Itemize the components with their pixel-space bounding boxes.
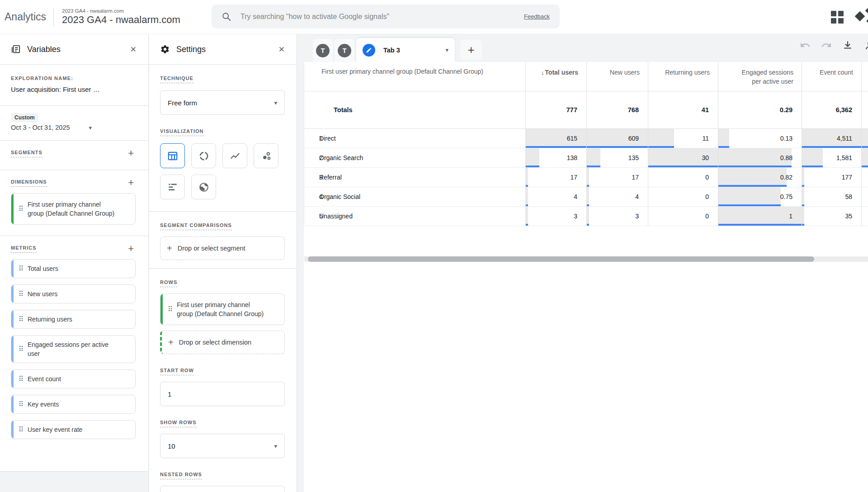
table-row[interactable]: 2Organic Search 138 135 30 0.88 1,581	[304, 148, 868, 168]
column-header-event-count[interactable]: Event count	[802, 62, 862, 91]
column-header-engaged-sessions[interactable]: Engaged sessionsper active user	[718, 62, 802, 91]
metric-chip-label: Returning users	[28, 315, 72, 324]
undo-icon[interactable]	[800, 40, 811, 51]
metric-chip[interactable]: ⠿User key event rate	[11, 420, 136, 439]
metric-chip-label: Engaged sessions per active user	[28, 340, 116, 358]
add-dimension-icon[interactable]: +	[128, 179, 134, 186]
dimension-chip[interactable]: ⠿ First user primary channel group (Defa…	[11, 193, 136, 225]
tab-2-avatar: T	[338, 44, 351, 57]
exploration-name-section: EXPLORATION NAME: User acquisition: Firs…	[0, 65, 148, 105]
property-switcher[interactable]: 2023 GA4 - nwaalarm.com 2023 GA4 - nwaal…	[62, 8, 180, 26]
segment-drop-zone[interactable]: + Drop or select segment	[160, 237, 285, 260]
dimension-column-header: First user primary channel group (Defaul…	[304, 62, 526, 91]
close-settings-icon[interactable]: ✕	[277, 43, 287, 56]
start-row-input-box[interactable]	[160, 382, 285, 406]
viz-scatter-button[interactable]	[254, 143, 278, 168]
metric-chip[interactable]: ⠿New users	[11, 284, 136, 303]
metric-chip-label: New users	[28, 289, 57, 298]
drag-handle-icon: ⠿	[19, 426, 24, 433]
tab-3-active[interactable]: Tab 3 ▾	[356, 38, 455, 62]
totals-event-count: 6,362	[802, 91, 862, 129]
download-icon[interactable]	[842, 40, 853, 51]
viz-geo-map-button[interactable]	[191, 175, 216, 199]
table-header-row: First user primary channel group (Defaul…	[304, 62, 868, 91]
technique-label: TECHNIQUE	[160, 76, 193, 83]
tab-1[interactable]: T	[313, 39, 333, 62]
table-row[interactable]: 5Unassigned 3 3 0 1 35	[304, 207, 868, 226]
tab-2[interactable]: T	[335, 39, 354, 62]
viz-donut-button[interactable]	[191, 143, 216, 168]
dimension-drop-zone[interactable]: + Drop or select dimension	[160, 331, 285, 354]
show-rows-label: SHOW ROWS	[160, 420, 197, 427]
freeform-table: First user primary channel group (Defaul…	[304, 62, 868, 226]
table-row[interactable]: 3Referral 17 17 0 0.82 177	[304, 168, 868, 187]
variables-panel: Variables ✕ EXPLORATION NAME: User acqui…	[0, 34, 149, 492]
date-range-value: Oct 3 - Oct 31, 2025	[11, 124, 70, 131]
horizontal-scrollbar-thumb[interactable]	[308, 256, 814, 262]
logo-divider	[53, 8, 54, 27]
search-input[interactable]	[241, 13, 524, 21]
nested-rows-select[interactable]: No ▾	[160, 486, 285, 492]
drag-handle-icon: ⠿	[19, 376, 24, 382]
metric-chip[interactable]: ⠿Event count	[11, 369, 136, 388]
gemini-sparkle-icon[interactable]	[854, 8, 868, 26]
show-rows-select[interactable]: 10 ▾	[160, 434, 285, 458]
apps-grid-icon[interactable]	[831, 11, 844, 24]
add-tab-button[interactable]: +	[460, 40, 482, 60]
exploration-canvas: T T Tab 3 ▾ +	[304, 34, 868, 492]
horizontal-scrollbar-track	[304, 256, 868, 262]
exploration-name-value[interactable]: User acquisition: First user …	[11, 85, 137, 93]
column-header-new-users[interactable]: New users	[587, 62, 648, 91]
settings-panel: Settings ✕ TECHNIQUE Free form ▾ VISUALI…	[149, 34, 297, 492]
metric-chip[interactable]: ⠿Total users	[11, 259, 136, 278]
redo-icon[interactable]	[821, 40, 832, 51]
metric-chip[interactable]: ⠿Key events	[11, 395, 136, 414]
metric-chip[interactable]: ⠿Returning users	[11, 310, 136, 329]
column-header-overflow	[862, 62, 868, 91]
exploration-name-label: EXPLORATION NAME:	[11, 76, 73, 83]
dimension-drop-label: Drop or select dimension	[179, 339, 251, 346]
drag-handle-icon: ⠿	[19, 316, 24, 322]
technique-select[interactable]: Free form ▾	[160, 90, 285, 115]
column-header-returning-users[interactable]: Returning users	[648, 62, 718, 91]
search-bar[interactable]: Feedback	[212, 5, 560, 28]
viz-line-chart-button[interactable]	[222, 143, 247, 168]
top-app-bar: Analytics 2023 GA4 - nwaalarm.com 2023 G…	[0, 0, 868, 34]
segment-comparisons-section: SEGMENT COMPARISONS + Drop or select seg…	[149, 212, 297, 268]
segment-comparisons-label: SEGMENT COMPARISONS	[160, 222, 232, 230]
channel-name: Organic Social	[319, 193, 360, 200]
add-metric-icon[interactable]: +	[128, 245, 134, 252]
totals-returning-users: 41	[648, 91, 718, 129]
segments-section: SEGMENTS +	[0, 141, 148, 170]
tab-3-label: Tab 3	[383, 47, 445, 54]
rows-dimension-chip[interactable]: ⠿ First user primary channel group (Defa…	[160, 293, 285, 325]
technique-value: Free form	[168, 99, 197, 107]
edit-pencil-icon	[363, 44, 375, 57]
table-row[interactable]: 4Organic Social 4 4 0 0.75 58	[304, 187, 868, 207]
metric-chip[interactable]: ⠿Engaged sessions per active user	[11, 335, 136, 363]
date-range-section[interactable]: Custom Oct 3 - Oct 31, 2025 ▾	[0, 106, 148, 140]
start-row-input[interactable]	[168, 390, 277, 398]
tab-1-avatar: T	[316, 44, 330, 57]
drag-handle-icon: ⠿	[19, 206, 24, 212]
close-variables-icon[interactable]: ✕	[128, 43, 138, 56]
totals-engaged-sessions: 0.29	[718, 91, 802, 129]
date-caret-icon: ▾	[89, 124, 92, 131]
show-rows-value: 10	[168, 442, 175, 450]
dimension-chip-label: First user primary channel group (Defaul…	[28, 200, 117, 218]
channel-name: Organic Search	[319, 154, 363, 161]
metric-chip-label: Key events	[28, 400, 59, 409]
feedback-link[interactable]: Feedback	[524, 13, 550, 20]
table-row[interactable]: 1Direct 615 609 11 0.13 4,511	[304, 129, 868, 148]
totals-label: Totals	[334, 106, 353, 114]
viz-bar-chart-button[interactable]	[160, 175, 185, 199]
drag-handle-icon: ⠿	[19, 265, 24, 272]
add-segment-icon[interactable]: +	[128, 150, 134, 157]
share-icon-partial[interactable]	[863, 40, 868, 51]
column-header-total-users[interactable]: ↓Total users	[526, 62, 587, 91]
channel-name: Unassigned	[319, 213, 353, 220]
viz-table-button[interactable]	[160, 143, 185, 168]
date-preset-chip: Custom	[11, 113, 38, 122]
drag-handle-icon: ⠿	[19, 291, 24, 297]
settings-title: Settings	[176, 45, 277, 54]
